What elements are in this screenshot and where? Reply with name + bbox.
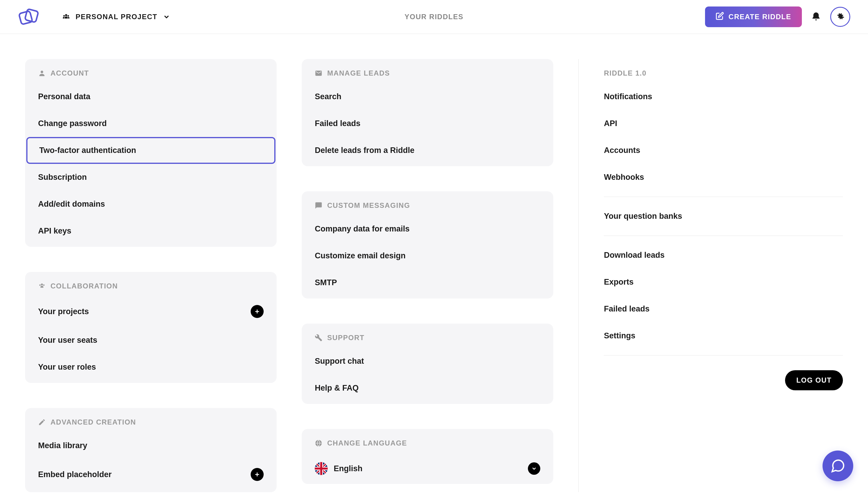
divider (604, 197, 843, 197)
account-card: ACCOUNT Personal data Change password Tw… (25, 59, 277, 247)
svg-point-7 (39, 284, 41, 286)
language-header: CHANGE LANGUAGE (302, 429, 553, 453)
download-leads-item[interactable]: Download leads (604, 242, 843, 269)
search-leads-item[interactable]: Search (302, 83, 553, 110)
language-title: CHANGE LANGUAGE (327, 439, 407, 447)
user-icon (38, 69, 46, 77)
settings-item[interactable]: Settings (604, 322, 843, 349)
support-header: SUPPORT (302, 324, 553, 348)
your-projects-label: Your projects (38, 307, 89, 316)
manage-leads-card: MANAGE LEADS Search Failed leads Delete … (302, 59, 553, 166)
delete-leads-item[interactable]: Delete leads from a Riddle (302, 137, 553, 166)
custom-messaging-card: CUSTOM MESSAGING Company data for emails… (302, 191, 553, 298)
edit-icon (716, 12, 724, 22)
manage-leads-header: MANAGE LEADS (302, 59, 553, 83)
uk-flag-icon (315, 462, 328, 475)
language-selector[interactable]: English (302, 453, 553, 484)
api-item[interactable]: API (604, 110, 843, 137)
people-icon (38, 282, 46, 290)
failed-leads-item[interactable]: Failed leads (302, 110, 553, 137)
two-factor-auth-item[interactable]: Two-factor authentication (26, 137, 276, 164)
api-keys-item[interactable]: API keys (25, 218, 277, 247)
add-embed-button[interactable] (251, 468, 264, 481)
smtp-item[interactable]: SMTP (302, 269, 553, 298)
collaboration-header: COLLABORATION (25, 272, 277, 296)
question-banks-item[interactable]: Your question banks (604, 203, 843, 230)
media-library-item[interactable]: Media library (25, 432, 277, 459)
logout-button[interactable]: LOG OUT (785, 370, 843, 390)
svg-point-6 (41, 283, 43, 285)
chat-icon (315, 202, 322, 209)
domains-item[interactable]: Add/edit domains (25, 191, 277, 218)
failed-leads-right-item[interactable]: Failed leads (604, 296, 843, 322)
support-card: SUPPORT Support chat Help & FAQ (302, 324, 553, 404)
page-title: YOUR RIDDLES (404, 13, 463, 21)
create-riddle-label: CREATE RIDDLE (729, 13, 791, 21)
accounts-item[interactable]: Accounts (604, 137, 843, 164)
people-icon (62, 13, 70, 21)
mail-icon (315, 69, 322, 77)
chevron-down-icon (163, 13, 170, 21)
add-project-button[interactable] (251, 305, 264, 318)
embed-placeholder-item[interactable]: Embed placeholder (25, 459, 277, 492)
project-selector[interactable]: PERSONAL PROJECT (62, 13, 170, 21)
pencil-icon (38, 418, 46, 426)
help-faq-item[interactable]: Help & FAQ (302, 375, 553, 404)
create-riddle-button[interactable]: CREATE RIDDLE (705, 6, 802, 27)
change-password-item[interactable]: Change password (25, 110, 277, 137)
language-card: CHANGE LANGUAGE English (302, 429, 553, 484)
support-title: SUPPORT (327, 334, 365, 342)
column-middle: MANAGE LEADS Search Failed leads Delete … (302, 59, 553, 492)
language-expand-button[interactable] (528, 462, 540, 475)
project-name: PERSONAL PROJECT (76, 13, 157, 21)
advanced-header: ADVANCED CREATION (25, 408, 277, 432)
wrench-icon (315, 334, 322, 342)
custom-messaging-title: CUSTOM MESSAGING (327, 201, 410, 210)
svg-point-2 (65, 14, 67, 16)
chat-support-button[interactable] (823, 451, 853, 481)
subscription-item[interactable]: Subscription (25, 164, 277, 191)
manage-leads-title: MANAGE LEADS (327, 69, 390, 77)
svg-point-8 (43, 284, 45, 286)
gear-icon (835, 11, 845, 22)
notifications-icon[interactable] (811, 12, 821, 22)
email-design-item[interactable]: Customize email design (302, 243, 553, 269)
logo[interactable] (18, 8, 44, 26)
riddle10-section: RIDDLE 1.0 Notifications API Accounts We… (604, 59, 843, 390)
header-actions: CREATE RIDDLE (705, 6, 850, 27)
account-header: ACCOUNT (25, 59, 277, 83)
user-roles-item[interactable]: Your user roles (25, 354, 277, 383)
account-title: ACCOUNT (50, 69, 89, 77)
svg-point-5 (41, 71, 43, 73)
header: PERSONAL PROJECT YOUR RIDDLES CREATE RID… (0, 0, 868, 34)
user-seats-item[interactable]: Your user seats (25, 327, 277, 354)
svg-point-4 (67, 15, 69, 17)
riddle10-title: RIDDLE 1.0 (604, 59, 843, 83)
notifications-item[interactable]: Notifications (604, 83, 843, 110)
collaboration-card: COLLABORATION Your projects Your user se… (25, 272, 277, 383)
settings-content: ACCOUNT Personal data Change password Tw… (0, 34, 868, 492)
your-projects-item[interactable]: Your projects (25, 296, 277, 327)
settings-button[interactable] (830, 7, 850, 27)
exports-item[interactable]: Exports (604, 269, 843, 296)
webhooks-item[interactable]: Webhooks (604, 164, 843, 191)
language-current: English (334, 464, 362, 473)
company-data-item[interactable]: Company data for emails (302, 216, 553, 243)
advanced-card: ADVANCED CREATION Media library Embed pl… (25, 408, 277, 492)
support-chat-item[interactable]: Support chat (302, 348, 553, 375)
column-left: ACCOUNT Personal data Change password Tw… (25, 59, 277, 492)
embed-placeholder-label: Embed placeholder (38, 470, 112, 479)
collaboration-title: COLLABORATION (50, 282, 118, 290)
custom-messaging-header: CUSTOM MESSAGING (302, 191, 553, 216)
globe-icon (315, 439, 322, 447)
svg-point-3 (63, 15, 65, 17)
personal-data-item[interactable]: Personal data (25, 83, 277, 110)
advanced-title: ADVANCED CREATION (50, 418, 136, 426)
column-right: RIDDLE 1.0 Notifications API Accounts We… (578, 59, 843, 492)
